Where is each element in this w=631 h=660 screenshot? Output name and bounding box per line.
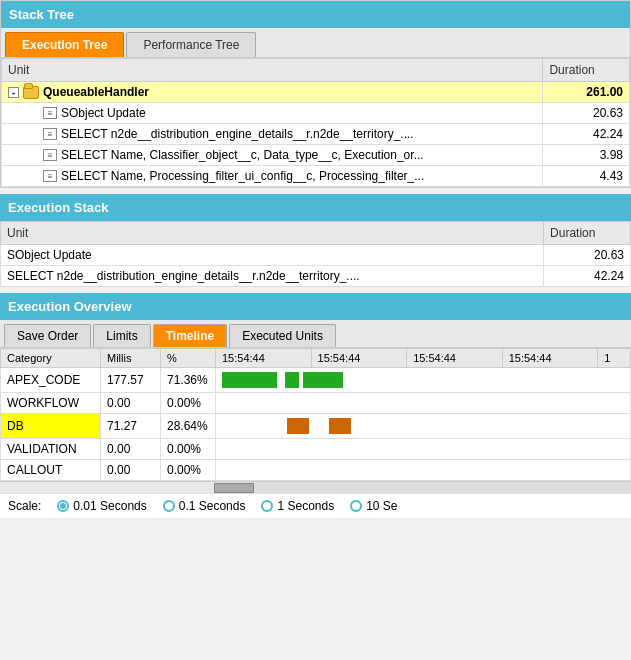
tree-row-duration: 3.98	[543, 145, 630, 166]
tab-performance-tree[interactable]: Performance Tree	[126, 32, 256, 57]
scrollbar-track[interactable]	[0, 481, 631, 493]
timeline-bars-validation	[216, 439, 631, 460]
millis-value: 177.57	[101, 368, 161, 393]
soql-icon: ≡	[43, 128, 57, 140]
stack-tree-section: Stack Tree Execution Tree Performance Tr…	[0, 0, 631, 188]
time-header-2: 15:54:44	[311, 349, 407, 368]
timeline-col-percent: %	[161, 349, 216, 368]
execution-stack-title: Execution Stack	[8, 200, 108, 215]
soql-icon: ≡	[43, 170, 57, 182]
scale-option-10[interactable]: 10 Se	[350, 499, 397, 513]
radio-1[interactable]	[261, 500, 273, 512]
tree-row-unit: ≡ SELECT Name, Processing_filter_ui_conf…	[2, 166, 543, 187]
stack-row-unit: SELECT n2de__distribution_engine_details…	[1, 266, 544, 287]
overview-tab-bar: Save Order Limits Timeline Executed Unit…	[0, 320, 631, 348]
timeline-row-callout: CALLOUT 0.00 0.00%	[1, 460, 631, 481]
time-header-4: 15:54:44	[502, 349, 598, 368]
bar-green	[222, 372, 277, 388]
table-row: ≡ SELECT Name, Processing_filter_ui_conf…	[2, 166, 630, 187]
tree-row-unit: ≡ SELECT Name, Classifier_object__c, Dat…	[2, 145, 543, 166]
timeline-row-apex: APEX_CODE 177.57 71.36%	[1, 368, 631, 393]
col-header-unit: Unit	[2, 59, 543, 82]
millis-value: 0.00	[101, 439, 161, 460]
scale-option-001-label: 0.01 Seconds	[73, 499, 146, 513]
scale-option-1[interactable]: 1 Seconds	[261, 499, 334, 513]
tree-row-label: SELECT Name, Classifier_object__c, Data_…	[61, 148, 424, 162]
tab-limits[interactable]: Limits	[93, 324, 150, 347]
execution-stack-table: Unit Duration SObject Update 20.63 SELEC…	[0, 221, 631, 287]
radio-10[interactable]	[350, 500, 362, 512]
execution-tab-bar: Execution Tree Performance Tree	[1, 28, 630, 58]
execution-overview-section: Execution Overview Save Order Limits Tim…	[0, 293, 631, 518]
category-label: WORKFLOW	[1, 393, 101, 414]
tree-row-label: SELECT n2de__distribution_engine_details…	[61, 127, 414, 141]
stack-col-unit: Unit	[1, 222, 544, 245]
table-row: ≡ SELECT n2de__distribution_engine_detai…	[2, 124, 630, 145]
expand-icon[interactable]: -	[8, 87, 19, 98]
execution-stack-header: Execution Stack	[0, 194, 631, 221]
millis-value: 71.27	[101, 414, 161, 439]
tree-row-duration: 20.63	[543, 103, 630, 124]
stack-col-duration: Duration	[544, 222, 631, 245]
stack-row-duration: 20.63	[544, 245, 631, 266]
scale-row: Scale: 0.01 Seconds 0.1 Seconds 1 Second…	[0, 493, 631, 518]
timeline-row-validation: VALIDATION 0.00 0.00%	[1, 439, 631, 460]
tree-row-unit: ≡ SELECT n2de__distribution_engine_detai…	[2, 124, 543, 145]
timeline-col-category: Category	[1, 349, 101, 368]
stack-row-duration: 42.24	[544, 266, 631, 287]
tab-save-order[interactable]: Save Order	[4, 324, 91, 347]
radio-001[interactable]	[57, 500, 69, 512]
millis-value: 0.00	[101, 460, 161, 481]
timeline-table: Category Millis % 15:54:44 15:54:44 15:5…	[0, 348, 631, 481]
time-header-3: 15:54:44	[407, 349, 503, 368]
percent-value: 0.00%	[161, 393, 216, 414]
timeline-col-millis: Millis	[101, 349, 161, 368]
scale-option-1-label: 1 Seconds	[277, 499, 334, 513]
bar-orange	[287, 418, 309, 434]
bar-green	[285, 372, 299, 388]
tab-execution-tree[interactable]: Execution Tree	[5, 32, 124, 57]
stack-row-unit: SObject Update	[1, 245, 544, 266]
execution-stack-section: Execution Stack Unit Duration SObject Up…	[0, 194, 631, 287]
soql-icon: ≡	[43, 149, 57, 161]
percent-value: 28.64%	[161, 414, 216, 439]
tree-row-duration: 4.43	[543, 166, 630, 187]
category-label: CALLOUT	[1, 460, 101, 481]
scale-option-01[interactable]: 0.1 Seconds	[163, 499, 246, 513]
percent-value: 0.00%	[161, 439, 216, 460]
scale-option-10-label: 10 Se	[366, 499, 397, 513]
time-header-5: 1	[598, 349, 631, 368]
execution-overview-header: Execution Overview	[0, 293, 631, 320]
percent-value: 0.00%	[161, 460, 216, 481]
timeline-bars-db	[216, 414, 631, 439]
soql-icon: ≡	[43, 107, 57, 119]
tree-row-label: SObject Update	[61, 106, 146, 120]
scale-option-01-label: 0.1 Seconds	[179, 499, 246, 513]
table-row: SObject Update 20.63	[1, 245, 631, 266]
bar-green	[303, 372, 343, 388]
timeline-row-db: DB 71.27 28.64%	[1, 414, 631, 439]
stack-tree-header: Stack Tree	[1, 1, 630, 28]
category-label: DB	[1, 414, 101, 439]
scrollbar-thumb[interactable]	[214, 483, 254, 493]
radio-01[interactable]	[163, 500, 175, 512]
tab-timeline[interactable]: Timeline	[153, 324, 227, 347]
folder-icon	[23, 86, 39, 99]
execution-tree-table: Unit Duration - QueueableHandler 261.00	[1, 58, 630, 187]
table-row: - QueueableHandler 261.00	[2, 82, 630, 103]
scale-label: Scale:	[8, 499, 41, 513]
timeline-row-workflow: WORKFLOW 0.00 0.00%	[1, 393, 631, 414]
tree-row-unit: - QueueableHandler	[2, 82, 543, 103]
table-row: ≡ SObject Update 20.63	[2, 103, 630, 124]
time-header-1: 15:54:44	[216, 349, 312, 368]
tab-executed-units[interactable]: Executed Units	[229, 324, 336, 347]
timeline-bars-apex	[216, 368, 631, 393]
tree-row-unit: ≡ SObject Update	[2, 103, 543, 124]
timeline-bars-workflow	[216, 393, 631, 414]
col-header-duration: Duration	[543, 59, 630, 82]
scale-option-001[interactable]: 0.01 Seconds	[57, 499, 146, 513]
bar-orange	[329, 418, 351, 434]
category-label: VALIDATION	[1, 439, 101, 460]
tree-row-duration: 261.00	[543, 82, 630, 103]
percent-value: 71.36%	[161, 368, 216, 393]
